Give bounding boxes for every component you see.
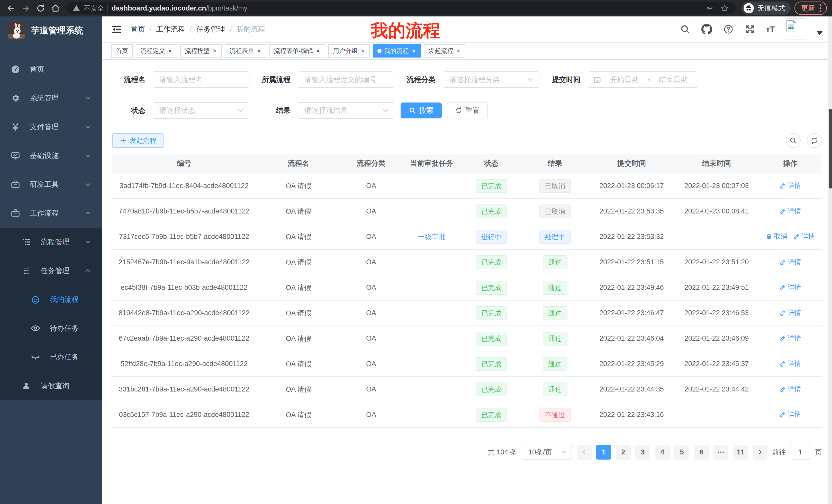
table-row: 03c6c157-7b9a-11ec-a290-acde48001122OA 请… bbox=[112, 402, 822, 427]
home-icon[interactable] bbox=[50, 3, 61, 14]
detail-button[interactable]: 详情 bbox=[780, 410, 801, 419]
cell-name: OA 请假 bbox=[256, 326, 341, 351]
sidebar-item-7[interactable]: 任务管理 bbox=[0, 256, 102, 285]
cell-submit-time: 2022-01-22 23:51:15 bbox=[589, 249, 674, 275]
status-tag: 进行中 bbox=[476, 230, 507, 244]
more-pages-button[interactable]: ··· bbox=[713, 445, 728, 459]
page-button-1[interactable]: 1 bbox=[596, 445, 611, 459]
tab-2[interactable]: 流程模型× bbox=[180, 44, 222, 58]
detail-button[interactable]: 详情 bbox=[780, 359, 801, 368]
detail-button[interactable]: 详情 bbox=[780, 283, 801, 292]
cancel-button[interactable]: 取消 bbox=[766, 232, 787, 241]
tab-1[interactable]: 流程定义× bbox=[136, 44, 177, 58]
goto-page-input[interactable] bbox=[790, 445, 810, 459]
avatar[interactable] bbox=[785, 19, 806, 40]
sidebar-item-8[interactable]: 我的流程 bbox=[0, 285, 102, 314]
cell-actions: 详情 bbox=[759, 326, 822, 351]
reload-icon[interactable] bbox=[35, 3, 46, 14]
close-icon[interactable]: × bbox=[360, 48, 365, 54]
url-bar[interactable]: 不安全 dashboard.yudao.iocoder.cn/bpm/task/… bbox=[67, 2, 736, 14]
detail-button[interactable]: 详情 bbox=[780, 181, 801, 190]
page-button-2[interactable]: 2 bbox=[616, 445, 631, 459]
detail-button[interactable]: 详情 bbox=[780, 385, 801, 394]
sidebar-item-1[interactable]: 系统管理 bbox=[0, 84, 102, 113]
github-icon[interactable] bbox=[701, 24, 712, 35]
create-process-button[interactable]: 发起流程 bbox=[112, 133, 164, 148]
chevron-down-icon[interactable] bbox=[816, 31, 823, 35]
back-icon[interactable] bbox=[5, 3, 17, 14]
cell-end-time: 2022-01-22 23:51:20 bbox=[674, 249, 759, 275]
definition-input[interactable] bbox=[298, 72, 394, 87]
sidebar-item-5[interactable]: 工作流程 bbox=[0, 199, 102, 228]
close-icon[interactable]: × bbox=[212, 48, 217, 54]
annotation-text: 我的流程 bbox=[370, 19, 440, 43]
submit-time-range[interactable]: 开始日期 - 结束日期 bbox=[588, 72, 698, 88]
font-size-icon[interactable]: тT bbox=[766, 24, 774, 34]
close-icon[interactable]: × bbox=[257, 48, 261, 54]
search-icon[interactable] bbox=[679, 24, 691, 35]
detail-button[interactable]: 详情 bbox=[780, 308, 801, 317]
close-icon[interactable]: × bbox=[167, 48, 173, 54]
detail-button[interactable]: 详情 bbox=[780, 206, 801, 216]
sidebar-item-6[interactable]: 流程管理 bbox=[0, 228, 102, 256]
page-button-6[interactable]: 6 bbox=[694, 445, 709, 459]
show-search-button[interactable] bbox=[786, 133, 801, 148]
breadcrumb-item[interactable]: 工作流程 bbox=[156, 24, 185, 34]
table-row: 819442e8-7b9a-11ec-a290-acde48001122OA 请… bbox=[112, 300, 822, 326]
close-icon[interactable]: × bbox=[411, 48, 416, 54]
detail-button[interactable]: 详情 bbox=[794, 232, 815, 241]
help-icon[interactable] bbox=[723, 24, 734, 35]
hamburger-icon[interactable] bbox=[111, 24, 122, 35]
sidebar-item-0[interactable]: 首页 bbox=[0, 55, 102, 84]
sidebar-menu: 首页系统管理支付管理基础设施研发工具工作流程流程管理任务管理我的流程待办任务已办… bbox=[0, 55, 102, 400]
refresh-button[interactable] bbox=[807, 133, 822, 148]
status-select[interactable]: 请选择状态 bbox=[153, 102, 250, 119]
star-icon[interactable] bbox=[719, 3, 730, 14]
tab-0[interactable]: 首页 bbox=[111, 44, 133, 58]
key-icon[interactable] bbox=[704, 3, 715, 14]
search-button[interactable]: 搜索 bbox=[400, 103, 442, 118]
next-page-button[interactable] bbox=[753, 445, 768, 459]
tab-6[interactable]: 我的流程× bbox=[373, 44, 421, 58]
cell-status: 已完成 bbox=[462, 300, 521, 326]
sidebar-item-3[interactable]: 基础设施 bbox=[0, 141, 102, 170]
update-button[interactable]: 更新 bbox=[795, 2, 827, 15]
cell-task bbox=[401, 173, 462, 199]
close-icon[interactable]: × bbox=[316, 48, 321, 54]
detail-button[interactable]: 详情 bbox=[780, 334, 801, 343]
tab-3[interactable]: 流程表单× bbox=[225, 44, 266, 58]
process-table: 编号流程名流程分类当前审批任务状态结果提交时间结束时间操作 3ad174fb-7… bbox=[112, 153, 822, 428]
breadcrumb-item[interactable]: 任务管理 bbox=[197, 24, 225, 34]
result-select[interactable]: 请选择流结果 bbox=[298, 102, 394, 119]
breadcrumb-item[interactable]: 首页 bbox=[131, 24, 145, 34]
fullscreen-icon[interactable] bbox=[744, 24, 756, 35]
cell-status: 进行中 bbox=[462, 224, 521, 249]
name-input[interactable] bbox=[153, 72, 249, 87]
sidebar-item-9[interactable]: 待办任务 bbox=[0, 314, 102, 343]
page-scrollbar[interactable] bbox=[828, 17, 832, 504]
sidebar-item-11[interactable]: 请假查询 bbox=[0, 371, 102, 400]
menu-dots-icon[interactable] bbox=[819, 4, 822, 13]
page-button-3[interactable]: 3 bbox=[635, 445, 650, 459]
prev-page-button[interactable] bbox=[577, 445, 592, 459]
page-button-4[interactable]: 4 bbox=[655, 445, 670, 459]
category-select[interactable]: 请选择流程分类 bbox=[443, 72, 539, 88]
reset-button[interactable]: 重置 bbox=[447, 103, 488, 118]
app-logo[interactable]: 芋道管理系统 bbox=[0, 17, 102, 45]
page-size-select[interactable]: 10条/页 bbox=[522, 445, 572, 459]
close-icon[interactable]: × bbox=[456, 48, 461, 54]
sidebar-item-4[interactable]: 研发工具 bbox=[0, 170, 102, 199]
tab-5[interactable]: 用户分组× bbox=[328, 44, 370, 58]
cell-submit-time: 2022-01-22 23:46:04 bbox=[589, 326, 674, 351]
breadcrumb-separator: / bbox=[190, 25, 192, 33]
detail-button[interactable]: 详情 bbox=[780, 257, 801, 267]
page-button-11[interactable]: 11 bbox=[733, 445, 748, 459]
tab-7[interactable]: 发起流程× bbox=[424, 44, 465, 58]
scrollbar-thumb[interactable] bbox=[829, 109, 832, 189]
task-link[interactable]: 一级审批 bbox=[418, 233, 446, 241]
sidebar-item-10[interactable]: 已办任务 bbox=[0, 343, 102, 371]
tab-4[interactable]: 流程表单-编辑× bbox=[269, 44, 325, 58]
sidebar-item-2[interactable]: 支付管理 bbox=[0, 113, 102, 141]
page-button-5[interactable]: 5 bbox=[674, 445, 689, 459]
forward-icon[interactable] bbox=[20, 3, 31, 14]
